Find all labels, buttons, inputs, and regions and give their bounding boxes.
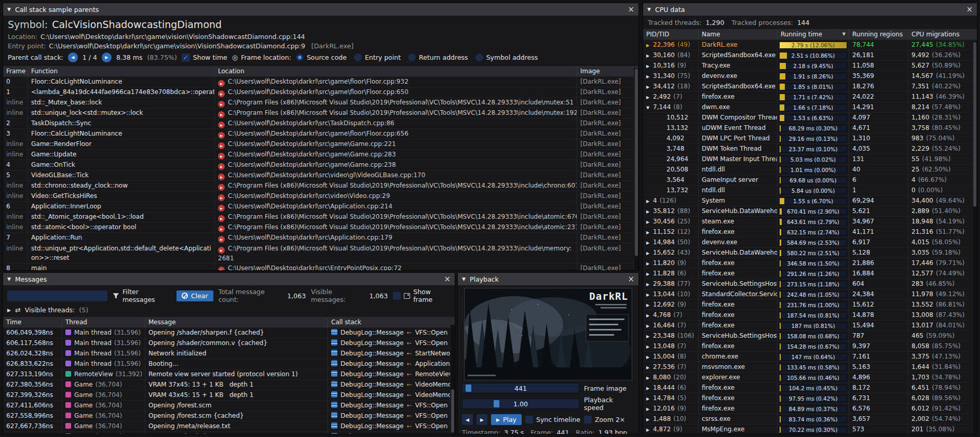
radio-icon[interactable] <box>475 54 483 61</box>
step-back-button[interactable]: ◀ <box>462 414 473 425</box>
visible-threads-row[interactable]: ▶ ⇄ Visible threads: (5) <box>3 306 455 317</box>
cpu-row[interactable]: ▶13,044(10) StandardCollector.Servic 242… <box>643 289 977 300</box>
callstack-icon[interactable] <box>331 381 337 387</box>
radio-icon[interactable] <box>296 54 304 61</box>
cpu-row[interactable]: ▶15,652(43) ServiceHub.DataWareho 580.22… <box>643 248 977 258</box>
message-row[interactable]: 627,831,246ns Game(36,704) Intro menu lo… <box>3 432 455 434</box>
tree-toggle-icon[interactable]: ▶ <box>646 207 653 216</box>
frame-image-slider[interactable]: 441 <box>462 383 579 393</box>
message-row[interactable]: 627,558,996ns Game(36,704) Opening /fore… <box>3 411 455 421</box>
tree-toggle-icon[interactable]: ▶ <box>646 394 653 403</box>
cpu-row[interactable]: ▶27,536(7) msvsmon.exe 133.45 ms (0.58%)… <box>643 362 977 373</box>
callstack-scroll-thumb[interactable] <box>635 69 638 256</box>
goto-source-icon[interactable]: ▶ <box>218 163 225 170</box>
callstack-row[interactable]: inline std::_Mutex_base::lock ▶C:\Progra… <box>3 98 638 108</box>
messages-scrollbar[interactable] <box>450 325 455 433</box>
goto-source-icon[interactable]: ▶ <box>218 90 225 97</box>
callstack-scrollbar[interactable] <box>634 68 638 270</box>
col-running-regions[interactable]: Running regions <box>849 29 908 39</box>
tree-toggle-icon[interactable]: ▶ <box>646 373 653 382</box>
goto-source-icon[interactable]: ▶ <box>218 267 225 270</box>
cpu-row[interactable]: ▶4(126) System 1.55 s (6.70%) 69,294 34,… <box>643 196 977 206</box>
cpu-row[interactable]: 3,748 DWM Token Thread 23.37 ms (0.10%) … <box>643 144 977 154</box>
cpu-row[interactable]: 20,508 ntdll.dll 1.01 ms (0.00%) 40 25(6… <box>643 165 977 175</box>
col-location[interactable]: Location <box>215 66 577 76</box>
col-frame[interactable]: Frame <box>3 66 28 76</box>
goto-source-icon[interactable]: ▶ <box>218 194 225 201</box>
tree-toggle-icon[interactable]: ▶ <box>646 41 653 50</box>
cpu-titlebar[interactable]: ▼ CPU data × <box>643 3 977 16</box>
cpu-row[interactable]: ▶4,872(9) MsMpEng.exe 70.22 ms (0.30%) 5… <box>643 425 977 434</box>
collapse-icon[interactable]: ▼ <box>647 7 651 12</box>
col-image[interactable]: Image <box>577 66 638 76</box>
message-row[interactable]: 606,049,398ns Main thread(31,596) Openin… <box>3 328 455 338</box>
goto-source-icon[interactable]: ▶ <box>218 184 225 191</box>
callstack-row[interactable]: 2 TaskDispatch::Sync ▶C:\Users\wolf\Desk… <box>3 118 638 129</box>
tree-toggle-icon[interactable]: ▶ <box>646 300 653 310</box>
tree-toggle-icon[interactable]: ▶ <box>646 72 653 81</box>
radio-option[interactable]: Symbol address <box>475 54 538 61</box>
expand-icon[interactable]: ▶ <box>7 308 11 313</box>
cpu-row[interactable]: ▶14,984(50) devenv.exe 584.69 ms (2.53%)… <box>643 237 977 248</box>
tree-toggle-icon[interactable]: ▶ <box>646 280 653 289</box>
cpu-row[interactable]: 24,964 DWM Master Input Thread 5.03 ms (… <box>643 154 977 165</box>
callstack-icon[interactable] <box>331 422 337 429</box>
col-message[interactable]: Message <box>145 317 328 327</box>
cpu-table-header[interactable]: PID/TID Name Running time▼ Running regio… <box>643 29 977 40</box>
radio-option[interactable]: Source code <box>296 54 347 61</box>
cpu-row[interactable]: ▶30,160(84) ScriptedSandbox64.exe 2.51 s… <box>643 50 977 61</box>
goto-source-icon[interactable]: ▶ <box>218 122 225 128</box>
cpu-row[interactable]: ▼7,144(8) dwm.exe 1.66 s (7.18%) 14,291 … <box>643 102 977 113</box>
radio-option[interactable]: Return address <box>408 54 468 61</box>
message-row[interactable]: 606,117,568ns Main thread(31,596) Openin… <box>3 338 455 349</box>
cpu-row[interactable]: ▶29,388(77) ServiceHub.SettingsHost 273.… <box>643 279 977 289</box>
goto-source-icon[interactable]: ▶ <box>218 226 225 232</box>
callstack-icon[interactable] <box>331 339 337 346</box>
messages-table-header[interactable]: Time Thread Message Call stack <box>3 317 455 328</box>
tree-toggle-icon[interactable]: ▶ <box>646 342 653 351</box>
col-running-time[interactable]: Running time▼ <box>778 29 849 39</box>
message-row[interactable]: 626,024,328ns Main thread(31,596) Networ… <box>3 349 455 359</box>
radio-icon[interactable] <box>408 54 416 61</box>
tree-toggle-icon[interactable]: ▶ <box>646 248 653 258</box>
tree-toggle-icon[interactable]: ▶ <box>646 196 653 206</box>
cpu-row[interactable]: 4,092 DWM LPC Port Thread 29.16 ms (0.13… <box>643 134 977 144</box>
step-forward-button[interactable]: ▶ <box>477 414 487 425</box>
callstack-row[interactable]: inline Game::RenderFloor ▶C:\Users\wolf\… <box>3 139 638 150</box>
cpu-row[interactable]: ▶14,784(5) firefox.exe 97.95 ms (0.42%) … <box>643 393 977 404</box>
tree-toggle-icon[interactable]: ▶ <box>646 269 653 279</box>
callstack-row[interactable]: 6 Application::InnerLoop ▶C:\Users\wolf\… <box>3 202 638 212</box>
col-thread[interactable]: Thread <box>62 317 145 327</box>
tree-toggle-icon[interactable]: ▶ <box>646 404 653 414</box>
clear-button[interactable]: Clear <box>176 290 213 301</box>
callstack-row[interactable]: 4 Game::OnTick ▶C:\Users\wolf\Desktop\da… <box>3 160 638 170</box>
messages-scroll-thumb[interactable] <box>451 389 454 433</box>
col-time[interactable]: Time <box>3 317 62 327</box>
col-function[interactable]: Function <box>28 66 215 76</box>
cpu-row[interactable]: 13,732 ntdll.dll 5.84 us (0.00%) 1 0(0.0… <box>643 186 977 196</box>
message-row[interactable]: 627,380,356ns Game(36,704) VRAM 37x45: 1… <box>3 380 455 390</box>
cpu-row[interactable]: ▶12,692(9) firefox.exe 231.76 ms (1.00%)… <box>643 300 977 310</box>
cpu-row[interactable]: ▶10,316(9) Tracy.exe 2.18 s (9.45%) 11,0… <box>643 61 977 71</box>
callstack-icon[interactable] <box>331 329 337 335</box>
cpu-row[interactable]: ▶11,820(9) firefox.exe 346.58 ms (1.50%)… <box>643 258 977 269</box>
goto-source-icon[interactable]: ▶ <box>218 236 225 243</box>
cpu-row[interactable]: ▶31,340(75) devenv.exe 1.91 s (8.26%) 35… <box>643 71 977 82</box>
tree-toggle-icon[interactable]: ▶ <box>646 383 653 393</box>
goto-source-icon[interactable]: ▶ <box>218 101 225 108</box>
playback-speed-slider[interactable]: 1.00 <box>462 399 579 409</box>
tree-toggle-icon[interactable]: ▶ <box>646 238 653 247</box>
cpu-row[interactable]: ▶8,080(20) explorer.exe 105.66 ms (0.46%… <box>643 373 977 383</box>
message-row[interactable]: 627,667,736ns Game(36,704) Opening /meta… <box>3 421 455 432</box>
callstack-row[interactable]: inline std::atomic<bool>::operator bool … <box>3 222 638 233</box>
callstack-icon[interactable] <box>331 370 337 377</box>
callstack-table-header[interactable]: Frame Function Location Image <box>3 66 638 77</box>
goto-source-icon[interactable]: ▶ <box>218 205 225 211</box>
cpu-row[interactable]: ▶16,464(7) firefox.exe 187 ms (0.81%) 15… <box>643 321 977 331</box>
message-row[interactable]: 627,399,326ns Game(36,704) VRAM 43x45: 1… <box>3 390 455 401</box>
cpu-row[interactable]: ▶22,396(49) DarkRL.exe 2.79 s (12.06%) 7… <box>643 40 977 50</box>
callstack-row[interactable]: inline std::unique_lock<std::mutex>::loc… <box>3 108 638 118</box>
callstack-icon[interactable] <box>331 360 337 366</box>
collapse-icon[interactable]: ▼ <box>462 276 466 282</box>
cpu-row[interactable]: ▶11,152(12) firefox.exe 632.15 ms (2.74%… <box>643 227 977 237</box>
